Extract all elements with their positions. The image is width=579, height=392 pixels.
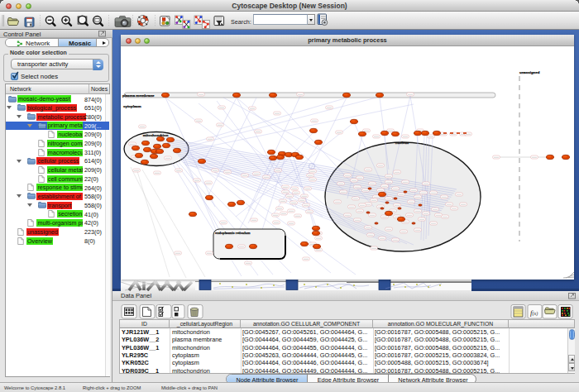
svg-text:endoplasmic reticulum: endoplasmic reticulum [215, 231, 251, 235]
svg-text:plasma membrane: plasma membrane [122, 93, 155, 98]
svg-text:cytoplasm: cytoplasm [123, 104, 141, 108]
svg-text:Search:: Search: [231, 18, 251, 26]
svg-text:mitochondrion: mitochondrion [143, 133, 169, 137]
svg-text:nucleus: nucleus [395, 141, 409, 145]
svg-text:unassigned: unassigned [519, 70, 540, 74]
